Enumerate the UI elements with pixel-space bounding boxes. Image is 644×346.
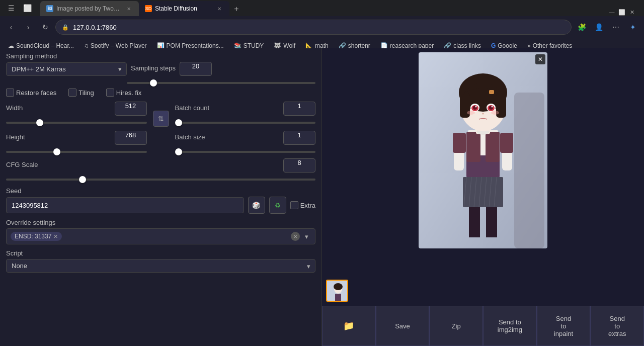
seed-section: Seed 🎲 ♻ Extra (6, 187, 315, 214)
new-tab-btn[interactable]: + (229, 2, 244, 16)
title-bar: ☰ ⬜ 🖼 Image posted by TwoMoreTimes... ✕ … (0, 0, 644, 16)
svg-point-33 (482, 113, 484, 115)
reload-btn[interactable]: ↻ (38, 20, 52, 34)
batch-count-label: Batch count (175, 104, 210, 112)
tiling-checkbox[interactable]: Tiling (68, 89, 94, 97)
dice-btn[interactable]: 🎲 (248, 197, 265, 214)
thumbnails-row (322, 276, 644, 306)
send-inpaint-label: Send to inpaint (554, 315, 573, 337)
batch-count-slider[interactable] (175, 122, 316, 124)
sidebar-toggle-btn[interactable]: ☰ (4, 1, 18, 15)
height-slider[interactable] (6, 151, 147, 153)
restore-faces-box[interactable] (6, 89, 14, 97)
tiling-box[interactable] (68, 89, 76, 97)
seed-input[interactable] (6, 197, 244, 213)
restore-faces-checkbox[interactable]: Restore faces (6, 89, 56, 97)
back-btn[interactable]: ‹ (4, 20, 18, 34)
cfg-scale-slider[interactable] (6, 179, 315, 181)
address-bar[interactable]: 🔒 127.0.0.1:7860 (55, 20, 572, 35)
close-image-btn[interactable]: ✕ (535, 54, 545, 64)
batch-size-label: Batch size (175, 133, 205, 141)
svg-rect-37 (514, 93, 544, 248)
override-tag-container[interactable]: ENSD: 31337 ✕ ✕ ▾ (6, 228, 315, 244)
image-container: ✕ (419, 52, 547, 248)
more-btn[interactable]: ⋯ (609, 20, 623, 34)
sampling-steps-slider[interactable] (127, 82, 315, 84)
batch-size-value[interactable]: 1 (283, 131, 315, 145)
send-img2img-btn[interactable]: Send to img2img (483, 306, 537, 346)
batch-count-section: Batch count 1 (175, 102, 316, 125)
batch-size-slider[interactable] (175, 151, 316, 153)
extensions-btn[interactable]: 🧩 (575, 20, 589, 34)
svg-point-35 (491, 111, 499, 115)
height-label: Height (6, 133, 25, 141)
seed-label: Seed (6, 187, 315, 195)
svg-rect-18 (500, 133, 513, 153)
copilot-btn[interactable]: ✦ (626, 20, 640, 34)
override-dropdown-btn[interactable]: ▾ (302, 232, 311, 241)
height-value[interactable]: 768 (115, 131, 147, 145)
tabs-container: 🖼 Image posted by TwoMoreTimes... ✕ SD S… (40, 0, 640, 16)
tab-2[interactable]: SD Stable Diffusion ✕ (139, 1, 229, 16)
svg-rect-4 (486, 132, 500, 162)
tab-overview-btn[interactable]: ⬜ (20, 1, 34, 15)
profile-btn[interactable]: 👤 (592, 20, 606, 34)
override-tag-text: ENSD: 31337 (15, 233, 51, 240)
save-label: Save (395, 322, 410, 330)
send-extras-btn[interactable]: Send to extras (590, 306, 644, 346)
override-section: Override settings ENSD: 31337 ✕ ✕ ▾ (6, 219, 315, 244)
batch-count-value[interactable]: 1 (283, 102, 315, 116)
svg-rect-14 (486, 207, 497, 237)
restore-btn[interactable]: ⬜ (618, 8, 626, 16)
tab-2-favicon: SD (145, 5, 152, 12)
sampling-steps-label: Sampling steps (131, 64, 176, 72)
override-tag-close[interactable]: ✕ (53, 233, 58, 240)
minimize-btn[interactable]: — (608, 8, 616, 16)
hires-fix-checkbox[interactable]: Hires. fix (106, 89, 142, 97)
svg-rect-36 (489, 90, 494, 94)
thumbnail-1[interactable] (326, 280, 348, 302)
swap-dimensions-btn[interactable]: ⇅ (153, 111, 169, 127)
extra-box[interactable] (290, 201, 298, 209)
width-section: Width 512 (6, 102, 147, 125)
lock-icon: 🔒 (62, 24, 69, 31)
svg-rect-17 (453, 133, 466, 153)
svg-rect-13 (469, 207, 480, 237)
seed-row: 🎲 ♻ Extra (6, 197, 315, 214)
action-buttons: 📁 Save Zip Send to img2img Send to inpai… (322, 306, 644, 346)
width-slider[interactable] (6, 122, 147, 124)
script-section: Script None (6, 249, 315, 273)
tab-2-close[interactable]: ✕ (215, 5, 223, 13)
width-label: Width (6, 104, 23, 112)
width-value[interactable]: 512 (115, 102, 147, 116)
close-btn[interactable]: ✕ (628, 8, 636, 16)
svg-point-31 (475, 106, 477, 108)
forward-btn[interactable]: › (21, 20, 35, 34)
tab-1[interactable]: 🖼 Image posted by TwoMoreTimes... ✕ (40, 1, 139, 16)
send-inpaint-btn[interactable]: Send to inpaint (537, 306, 591, 346)
override-clear-btn[interactable]: ✕ (291, 232, 300, 241)
nav-bar: ‹ › ↻ 🔒 127.0.0.1:7860 🧩 👤 ⋯ ✦ (0, 16, 644, 38)
sampling-steps-value[interactable]: 20 (180, 62, 212, 76)
tab-1-close[interactable]: ✕ (125, 5, 133, 13)
svg-rect-41 (335, 294, 341, 302)
extra-checkbox[interactable]: Extra (290, 201, 315, 209)
height-batchsize-row: Height 768 Batch size 1 (6, 131, 315, 154)
zip-btn[interactable]: Zip (429, 306, 483, 346)
generated-image (419, 52, 547, 248)
cfg-scale-value[interactable]: 8 (283, 158, 315, 172)
svg-point-40 (334, 283, 343, 290)
sampling-method-select[interactable]: DPM++ 2M Karras Euler a DDIM (6, 62, 127, 76)
script-select[interactable]: None (6, 259, 315, 273)
height-section: Height 768 (6, 131, 147, 154)
cfg-scale-label: CFG Scale (6, 161, 38, 168)
recycle-btn[interactable]: ♻ (269, 197, 286, 214)
hires-fix-box[interactable] (106, 89, 114, 97)
restore-faces-label: Restore faces (16, 89, 56, 97)
override-label: Override settings (6, 219, 315, 226)
folder-icon: 📁 (343, 320, 354, 331)
address-text: 127.0.0.1:7860 (73, 24, 117, 31)
open-folder-btn[interactable]: 📁 (322, 306, 376, 346)
tab-1-title: Image posted by TwoMoreTimes... (56, 5, 122, 12)
save-btn[interactable]: Save (376, 306, 430, 346)
